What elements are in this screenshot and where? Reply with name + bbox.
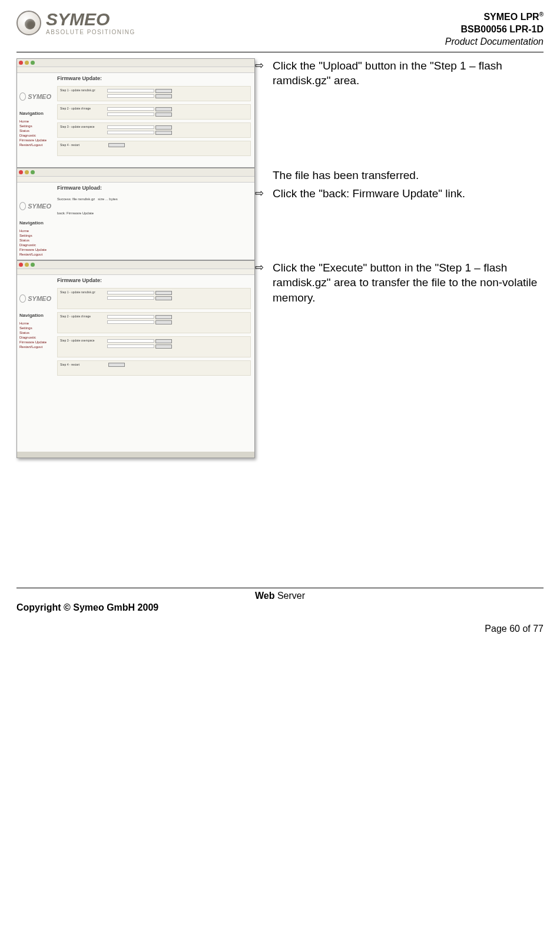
logo-text: SYMEO ABSOLUTE POSITIONING (46, 11, 135, 35)
step-row: SYMEO Navigation Home Settings Status Di… (16, 168, 544, 260)
doc-title-2: BSB00056 LPR-1D (445, 24, 544, 36)
arrow-icon: ⇨ (255, 58, 267, 72)
instruction-text: Click the "Execute" button in the "Step … (273, 260, 544, 306)
logo: SYMEO ABSOLUTE POSITIONING (16, 11, 135, 35)
steps-table: SYMEO Navigation Home Settings Status Di… (16, 58, 544, 458)
footer-section-title: Web Server (16, 591, 544, 601)
page-header: SYMEO ABSOLUTE POSITIONING SYMEO LPR® BS… (16, 11, 544, 52)
screenshot-thumbnail: SYMEO Navigation Home Settings Status Di… (16, 58, 255, 168)
instruction-item: ⇨ Click the "Execute" button in the "Ste… (255, 260, 544, 306)
logo-brand: SYMEO (46, 11, 135, 28)
step-row: SYMEO Navigation Home Settings Status Di… (16, 260, 544, 458)
instruction-text: Click the "back: Firmware Update" link. (273, 186, 544, 201)
instruction-text: The file has been transferred. (273, 168, 544, 183)
copyright: Copyright © Symeo GmbH 2009 (16, 602, 158, 613)
page-number: Page 60 of 77 (16, 624, 544, 634)
header-titles: SYMEO LPR® BSB00056 LPR-1D Product Docum… (445, 11, 544, 48)
doc-title-3: Product Documentation (445, 36, 544, 48)
instruction-text: Click the "Upload" button in the "Step 1… (273, 58, 544, 88)
instruction-item: ⇨ Click the "Upload" button in the "Step… (255, 58, 544, 88)
doc-title-1: SYMEO LPR® (445, 11, 544, 24)
arrow-icon: ⇨ (255, 186, 267, 200)
instruction-item: ⇨ Click the "back: Firmware Update" link… (255, 186, 544, 201)
logo-icon (16, 11, 41, 35)
arrow-icon: ⇨ (255, 260, 267, 274)
page-footer: Web Server Copyright © Symeo GmbH 2009 P… (16, 588, 544, 634)
step-row: SYMEO Navigation Home Settings Status Di… (16, 58, 544, 168)
screenshot-thumbnail: SYMEO Navigation Home Settings Status Di… (16, 168, 255, 260)
logo-tagline: ABSOLUTE POSITIONING (46, 29, 135, 35)
screenshot-thumbnail: SYMEO Navigation Home Settings Status Di… (16, 260, 255, 458)
